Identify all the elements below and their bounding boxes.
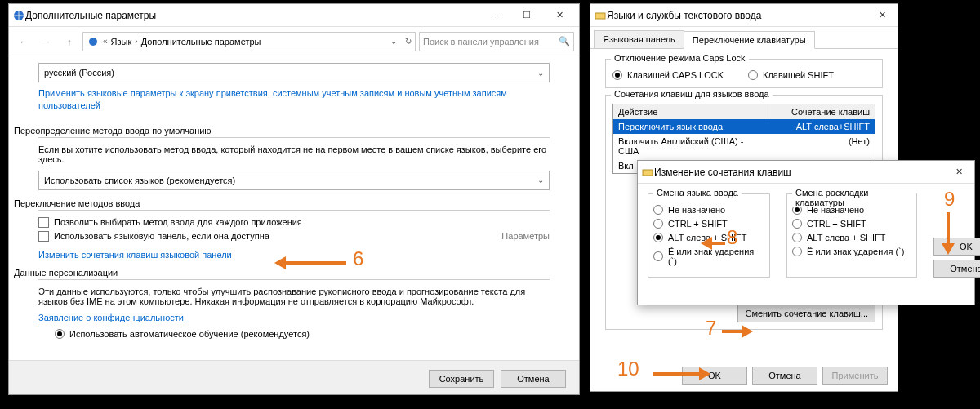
kl-altshift-radio[interactable] (792, 233, 802, 242)
forward-button[interactable]: → (37, 32, 56, 51)
ok-button[interactable]: OK (933, 238, 980, 256)
apply-to-welcome-link[interactable]: Применить языковые параметры к экрану пр… (38, 87, 550, 118)
search-placeholder: Поиск в панели управления (423, 37, 539, 47)
caps-group-title: Отключение режима Caps Lock (611, 53, 749, 63)
window-titlebar: Языки и службы текстового ввода ✕ (590, 4, 898, 27)
radio-label: Ё или знак ударения (`) (668, 247, 764, 266)
table-row[interactable]: Включить Английский (США) - США (Нет) (613, 134, 875, 158)
cancel-button[interactable]: Отмена (752, 367, 817, 385)
window-title: Языки и службы текстового ввода (607, 10, 870, 21)
window-titlebar: Изменение сочетания клавиш ✕ (638, 161, 974, 184)
personalization-description: Эти данные используются, только чтобы ул… (38, 287, 550, 306)
section-title-input-override: Переопределение метода ввода по умолчани… (14, 126, 550, 136)
input-lang-col-title: Смена языка ввода (653, 188, 742, 198)
chevron-down-icon[interactable]: ⌄ (390, 37, 397, 46)
col-shortcut: Сочетание клавиш (768, 104, 875, 119)
radio-label: CTRL + SHIFT (668, 219, 728, 229)
close-button[interactable]: ✕ (947, 162, 971, 183)
tab-keyboard-switch[interactable]: Переключение клавиатуры (684, 31, 815, 49)
keyboard-icon (641, 166, 654, 179)
radio-label: ALT слева + SHIFT (807, 233, 885, 242)
section-title-personalization: Данные персонализации (14, 268, 550, 278)
apply-button[interactable]: Применить (822, 367, 888, 385)
params-link[interactable]: Параметры (501, 231, 550, 241)
auto-learn-label: Использовать автоматическое обучение (ре… (69, 329, 310, 339)
search-input[interactable]: Поиск в панели управления 🔍 (419, 32, 574, 51)
cancel-button[interactable]: Отмена (501, 370, 566, 388)
annotation-num-6: 6 (353, 247, 363, 270)
override-description: Если вы хотите использовать метод ввода,… (38, 144, 550, 164)
caps-caps-label: Клавишей CAPS LOCK (627, 70, 724, 80)
cancel-button[interactable]: Отмена (933, 260, 980, 278)
annotation-num-9: 9 (944, 188, 955, 211)
svg-rect-3 (643, 170, 653, 176)
minimize-button[interactable]: ─ (478, 5, 510, 26)
window-titlebar: Дополнительные параметры ─ ☐ ✕ (9, 4, 579, 27)
radio-label: Не назначено (668, 205, 725, 215)
per-app-checkbox[interactable] (38, 217, 49, 228)
dropdown-value: Использовать список языков (рекомендуетс… (44, 176, 235, 185)
change-shortcut-button[interactable]: Сменить сочетание клавиш... (737, 305, 875, 322)
save-button[interactable]: Сохранить (429, 370, 494, 388)
dropdown-value: русский (Россия) (44, 68, 114, 78)
col-action: Действие (613, 104, 768, 119)
tab-language-bar[interactable]: Языковая панель (594, 30, 684, 48)
input-method-dropdown[interactable]: Использовать список языков (рекомендуетс… (38, 171, 550, 190)
up-button[interactable]: ↑ (60, 32, 79, 51)
il-altshift-radio[interactable] (653, 233, 663, 242)
annotation-num-8: 8 (727, 226, 737, 249)
privacy-link[interactable]: Заявление о конфиденциальности (38, 313, 550, 322)
keyboard-icon (594, 9, 607, 22)
breadcrumb-root[interactable]: Язык (111, 37, 132, 47)
per-app-label: Позволить выбирать метод ввода для каждо… (54, 217, 302, 227)
maximize-button[interactable]: ☐ (510, 5, 543, 26)
shortcut-cell: ALT слева+SHIFT (768, 119, 875, 134)
caps-caps-radio[interactable] (612, 70, 622, 80)
refresh-icon[interactable]: ↻ (405, 37, 412, 46)
radio-label: Ё или знак ударения (`) (807, 247, 904, 256)
il-grave-radio[interactable] (653, 251, 663, 261)
radio-label: CTRL + SHIFT (807, 219, 866, 229)
window-title: Дополнительные параметры (25, 10, 478, 21)
lang-bar-label: Использовать языковую панель, если она д… (54, 231, 270, 241)
il-ctrlshift-radio[interactable] (653, 219, 663, 229)
caps-shift-label: Клавишей SHIFT (763, 70, 834, 80)
section-title-switching: Переключение методов ввода (14, 198, 550, 208)
annotation-num-7: 7 (706, 317, 716, 340)
breadcrumb-current: Дополнительные параметры (141, 37, 261, 47)
annotation-num-10: 10 (617, 358, 639, 380)
breadcrumb[interactable]: « Язык › Дополнительные параметры ⌄ ↻ (82, 32, 416, 51)
search-icon: 🔍 (559, 36, 570, 47)
action-cell: Включить Английский (США) - США (613, 134, 768, 158)
globe-icon (87, 35, 100, 48)
auto-learn-radio[interactable] (55, 329, 65, 339)
language-dropdown[interactable]: русский (Россия) ⌄ (38, 63, 550, 82)
kb-layout-col-title: Смена раскладки клавиатуры (792, 188, 916, 207)
shortcut-cell: (Нет) (768, 134, 875, 158)
chevron-down-icon: ⌄ (537, 176, 544, 184)
back-button[interactable]: ← (14, 32, 33, 51)
kl-ctrlshift-radio[interactable] (792, 219, 802, 229)
globe-icon (12, 9, 25, 22)
svg-rect-2 (595, 13, 605, 19)
ok-button[interactable]: OK (682, 367, 747, 385)
window-title: Изменение сочетания клавиш (654, 167, 947, 178)
svg-point-1 (89, 38, 97, 46)
caps-shift-radio[interactable] (748, 70, 758, 80)
action-cell: Переключить язык ввода (613, 119, 768, 134)
change-hotkeys-link[interactable]: Изменить сочетания клавиш языковой панел… (38, 250, 232, 260)
chevron-down-icon: ⌄ (537, 69, 544, 78)
close-button[interactable]: ✕ (543, 5, 576, 26)
close-button[interactable]: ✕ (870, 5, 894, 26)
lang-bar-checkbox[interactable] (38, 231, 49, 242)
hotkeys-group-title: Сочетания клавиш для языков ввода (611, 89, 773, 99)
table-row[interactable]: Переключить язык ввода ALT слева+SHIFT (613, 119, 875, 134)
kl-grave-radio[interactable] (792, 247, 802, 256)
il-none-radio[interactable] (653, 205, 663, 215)
